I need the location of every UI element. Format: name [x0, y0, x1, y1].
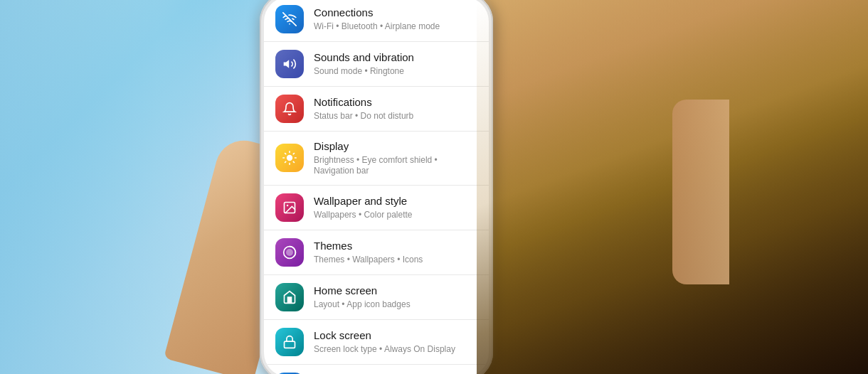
svg-point-3 — [287, 205, 289, 207]
settings-item-lockscreen[interactable]: Lock screen Screen lock type • Always On… — [264, 320, 489, 365]
connections-icon — [275, 5, 304, 33]
notifications-text: Notifications Status bar • Do not distur… — [314, 95, 477, 122]
themes-subtitle: Themes • Wallpapers • Icons — [314, 255, 477, 266]
sounds-subtitle: Sound mode • Ringtone — [314, 66, 477, 78]
wallpaper-icon — [275, 193, 304, 222]
themes-title: Themes — [314, 239, 477, 253]
connections-text: Connections Wi-Fi • Bluetooth • Airplane… — [314, 6, 477, 32]
settings-item-biometrics[interactable]: Biometrics and security Face recognition… — [264, 365, 489, 374]
themes-text: Themes Themes • Wallpapers • Icons — [314, 239, 477, 265]
settings-item-display[interactable]: Display Brightness • Eye comfort shield … — [264, 132, 489, 186]
sounds-title: Sounds and vibration — [314, 50, 477, 65]
homescreen-subtitle: Layout • App icon badges — [314, 299, 477, 311]
settings-item-sounds[interactable]: Sounds and vibration Sound mode • Ringto… — [264, 42, 489, 87]
phone-inner: Connections Wi-Fi • Bluetooth • Airplane… — [264, 0, 489, 374]
notifications-title: Notifications — [314, 95, 477, 109]
phone-frame: Connections Wi-Fi • Bluetooth • Airplane… — [260, 0, 493, 374]
display-text: Display Brightness • Eye comfort shield … — [314, 139, 477, 177]
settings-item-themes[interactable]: Themes Themes • Wallpapers • Icons — [264, 230, 489, 275]
svg-rect-6 — [285, 341, 295, 348]
lockscreen-subtitle: Screen lock type • Always On Display — [314, 344, 477, 356]
phone-screen: Connections Wi-Fi • Bluetooth • Airplane… — [264, 0, 489, 374]
settings-item-notifications[interactable]: Notifications Status bar • Do not distur… — [264, 87, 489, 132]
notifications-icon — [275, 95, 304, 123]
homescreen-icon — [275, 283, 304, 311]
sounds-icon — [275, 50, 304, 78]
notifications-subtitle: Status bar • Do not disturb — [314, 111, 477, 122]
connections-title: Connections — [314, 6, 477, 20]
sounds-text: Sounds and vibration Sound mode • Ringto… — [314, 50, 477, 77]
themes-icon — [275, 238, 304, 267]
wallpaper-subtitle: Wallpapers • Color palette — [314, 210, 477, 221]
settings-item-connections[interactable]: Connections Wi-Fi • Bluetooth • Airplane… — [264, 0, 489, 42]
display-icon — [275, 144, 304, 172]
wallpaper-text: Wallpaper and style Wallpapers • Color p… — [314, 194, 477, 220]
background-right — [470, 0, 868, 374]
connections-subtitle: Wi-Fi • Bluetooth • Airplane mode — [314, 21, 477, 33]
svg-point-5 — [286, 249, 293, 256]
homescreen-title: Home screen — [314, 284, 477, 298]
settings-item-homescreen[interactable]: Home screen Layout • App icon badges — [264, 275, 489, 320]
display-title: Display — [314, 139, 477, 154]
homescreen-text: Home screen Layout • App icon badges — [314, 284, 477, 310]
lockscreen-text: Lock screen Screen lock type • Always On… — [314, 328, 477, 355]
svg-point-1 — [287, 155, 292, 161]
svg-marker-0 — [284, 60, 290, 68]
settings-list: Connections Wi-Fi • Bluetooth • Airplane… — [264, 0, 489, 374]
lockscreen-title: Lock screen — [314, 328, 477, 343]
settings-item-wallpaper[interactable]: Wallpaper and style Wallpapers • Color p… — [264, 186, 489, 230]
finger-right — [672, 100, 729, 284]
display-subtitle: Brightness • Eye comfort shield • Naviga… — [314, 155, 477, 177]
wallpaper-title: Wallpaper and style — [314, 194, 477, 208]
lockscreen-icon — [275, 328, 304, 356]
